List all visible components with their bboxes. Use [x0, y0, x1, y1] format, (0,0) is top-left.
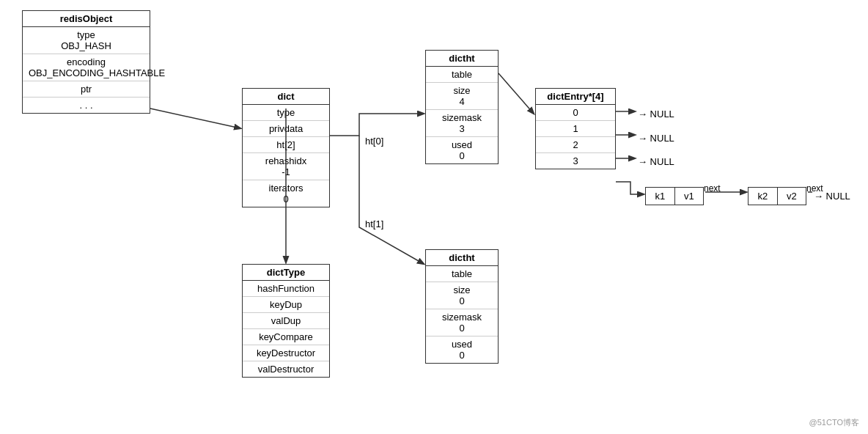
dictht-bottom-header: dictht [426, 250, 498, 266]
null-label-0: → NULL [638, 108, 674, 119]
dict-entry-arr-0: 0 [536, 105, 615, 121]
svg-line-0 [150, 108, 240, 128]
redis-object-header: redisObject [23, 11, 150, 27]
ht0-label: ht[0] [365, 136, 383, 147]
dict-type-hashfunc: hashFunction [243, 281, 329, 297]
redis-object-box: redisObject typeOBJ_HASH encodingOBJ_ENC… [22, 10, 150, 114]
dict-entry-2-v2: v2 [778, 188, 806, 205]
dict-type-header: dictType [243, 265, 329, 281]
dictht-bottom-table: table [426, 266, 498, 282]
redis-object-type: typeOBJ_HASH [23, 27, 150, 54]
dict-entry-arr-3: 3 [536, 153, 615, 169]
dict-type-valdup: valDup [243, 313, 329, 329]
dictht-top-size: size4 [426, 83, 498, 110]
dict-entry-1-k1: k1 [646, 188, 675, 205]
dictht-bottom-sizemask: sizemask0 [426, 309, 498, 336]
ht1-label: ht[1] [365, 218, 383, 229]
dict-entry-2-k2: k2 [749, 188, 778, 205]
dict-entry-2-box: k2 v2 [748, 187, 806, 205]
null-label-1: → NULL [638, 133, 674, 144]
dictht-top-table: table [426, 67, 498, 83]
dict-type: type [243, 105, 329, 121]
dict-box: dict type privdata ht[2] rehashidx-1 ite… [242, 88, 330, 207]
dictht-bottom-box: dictht table size0 sizemask0 used0 [425, 249, 499, 364]
diagram-container: redisObject typeOBJ_HASH encodingOBJ_ENC… [0, 0, 868, 434]
dictht-bottom-used: used0 [426, 336, 498, 363]
dict-rehashidx: rehashidx-1 [243, 153, 329, 180]
dict-type-keydup: keyDup [243, 297, 329, 313]
redis-object-ptr: ptr [23, 81, 150, 98]
watermark: @51CTO博客 [809, 417, 859, 428]
next-label-1: next [704, 183, 721, 194]
null-label-2: → NULL [638, 156, 674, 167]
dictht-top-box: dictht table size4 sizemask3 used0 [425, 50, 499, 164]
dictht-top-header: dictht [426, 51, 498, 67]
dict-entry-arr-header: dictEntry*[4] [536, 89, 615, 105]
dict-entry-arr-1: 1 [536, 121, 615, 137]
dict-header: dict [243, 89, 329, 105]
svg-line-1 [499, 73, 534, 114]
null-label-final: → NULL [814, 191, 850, 202]
dict-entry-arr-2: 2 [536, 137, 615, 153]
dict-entry-1-box: k1 v1 [645, 187, 704, 205]
dict-type-keycompare: keyCompare [243, 329, 329, 345]
dict-entry-1-v1: v1 [675, 188, 704, 205]
redis-object-dots: . . . [23, 98, 150, 113]
dictht-bottom-size: size0 [426, 282, 498, 309]
dict-privdata: privdata [243, 121, 329, 137]
dict-ht2: ht[2] [243, 137, 329, 153]
dict-iterators: iterators0 [243, 180, 329, 207]
dict-type-valdestructor: valDestructor [243, 361, 329, 377]
dict-type-keydestructor: keyDestructor [243, 345, 329, 361]
dictht-top-used: used0 [426, 137, 498, 163]
redis-object-encoding: encodingOBJ_ENCODING_HASHTABLE [23, 54, 150, 81]
dictht-top-sizemask: sizemask3 [426, 110, 498, 137]
dict-type-box: dictType hashFunction keyDup valDup keyC… [242, 264, 330, 378]
dict-entry-arr-box: dictEntry*[4] 0 1 2 3 [535, 88, 616, 169]
